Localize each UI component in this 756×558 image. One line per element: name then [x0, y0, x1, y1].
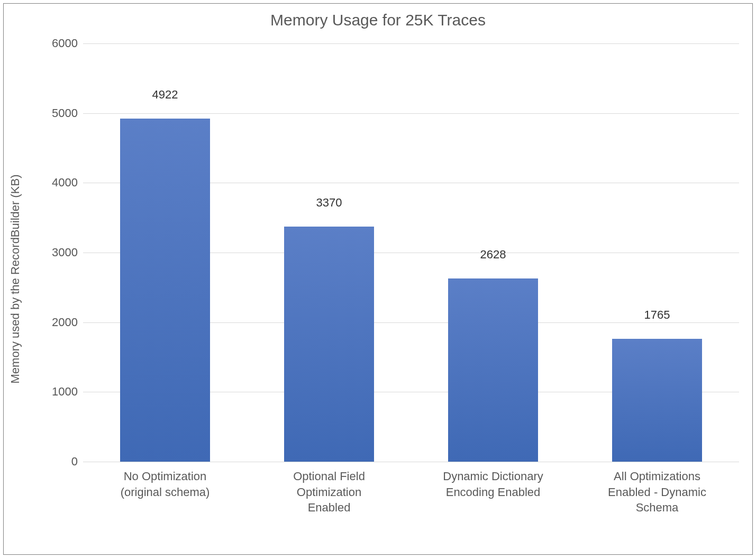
bar-value-label: 3370 — [284, 196, 375, 210]
y-tick-label: 1000 — [46, 385, 78, 399]
plot-area: 0100020003000400050006000 49223370262817… — [83, 43, 739, 462]
bar — [120, 119, 211, 462]
bars-layer: 4922337026281765 — [83, 43, 739, 462]
bar — [448, 278, 539, 462]
bar-value-label: 2628 — [448, 248, 539, 262]
x-tick-label: All OptimizationsEnabled - DynamicSchema — [584, 469, 731, 516]
y-tick-label: 3000 — [46, 246, 78, 259]
gridline — [83, 462, 739, 462]
y-tick-label: 4000 — [46, 176, 78, 190]
x-tick-label: No Optimization(original schema) — [92, 469, 239, 500]
bar — [612, 339, 703, 462]
y-tick-label: 2000 — [46, 316, 78, 329]
y-tick-label: 6000 — [46, 37, 78, 50]
chart-title: Memory Usage for 25K Traces — [4, 11, 752, 29]
x-tick-label: Optional FieldOptimizationEnabled — [256, 469, 403, 516]
chart-frame: Memory Usage for 25K Traces Memory used … — [3, 3, 753, 555]
bar-value-label: 4922 — [120, 88, 211, 102]
y-tick-label: 5000 — [46, 106, 78, 120]
x-tick-label: Dynamic DictionaryEncoding Enabled — [420, 469, 567, 500]
y-axis-label: Memory used by the RecordBuilder (KB) — [8, 175, 22, 384]
bar — [284, 227, 375, 462]
y-tick-label: 0 — [46, 455, 78, 469]
bar-value-label: 1765 — [612, 308, 703, 322]
